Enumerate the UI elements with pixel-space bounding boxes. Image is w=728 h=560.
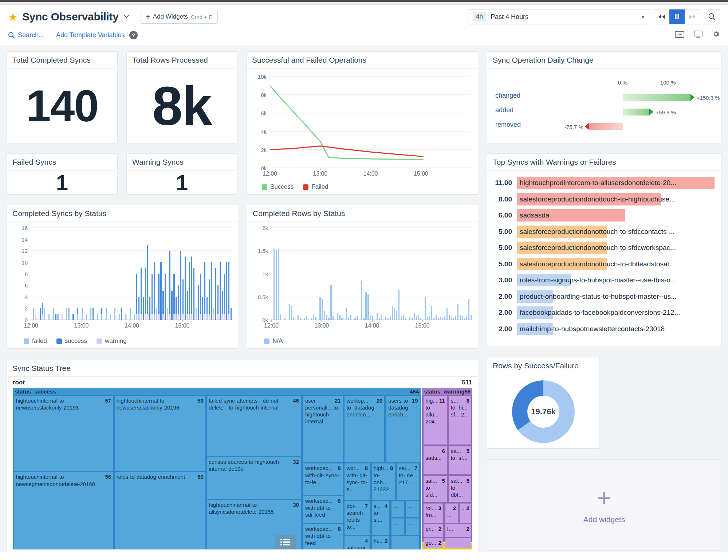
treemap-cell[interactable]: 2hi...: [372, 536, 389, 549]
time-range-picker[interactable]: 4h Past 4 Hours ▼: [468, 9, 650, 24]
treemap-cell[interactable]: 8workspac... with-dbt-to- feed: [303, 524, 343, 549]
widget-warning-syncs[interactable]: Warning Syncs 1: [126, 153, 237, 195]
add-widgets-tile[interactable]: + Add widgets: [487, 459, 721, 551]
y-axis-label: 14: [21, 236, 31, 242]
treemap-cell[interactable]: 4s... to- sf...: [372, 501, 389, 535]
top-sync-row[interactable]: 5.00salesforceproductiondonottouch-to-sf…: [491, 224, 715, 240]
treemap-cell[interactable]: ...: [406, 518, 419, 535]
treemap-cell[interactable]: 19users-to- datadog- enrich...: [386, 396, 420, 462]
top-sync-row[interactable]: 2.00mailchimp-to-hubspotnewslettercontac…: [491, 321, 715, 337]
list-view-icon[interactable]: [275, 535, 296, 549]
treemap-cell[interactable]: 7sal... to- ne... 217...: [397, 463, 419, 500]
treemap-cell[interactable]: 56hightouchinternal-to-newsegmentsdonotd…: [14, 472, 113, 548]
y-axis-label: 1k: [262, 271, 271, 277]
rewind-button[interactable]: [654, 9, 669, 24]
treemap-cell[interactable]: 2f...: [445, 524, 471, 537]
treemap-cell-value: 19: [412, 397, 418, 404]
top-sync-row[interactable]: 3.00roles-from-signups-to-hubspot-master…: [491, 272, 715, 289]
bar: [341, 318, 342, 320]
top-sync-row[interactable]: 8.00salesforceproductiondonottouch-to-hi…: [491, 191, 715, 208]
treemap-cell-value: 56: [105, 473, 111, 480]
bar-segment-failed: [57, 314, 58, 320]
pause-button[interactable]: [669, 9, 685, 24]
keyboard-shortcuts-icon[interactable]: [675, 31, 684, 39]
top-sync-row[interactable]: 2.00product-onboarding-status-to-hubspot…: [491, 289, 715, 305]
add-widgets-shortcut: Cmd + E: [191, 14, 212, 20]
bar: [377, 313, 378, 320]
bar: [451, 317, 452, 320]
bar-segment-warning: [204, 314, 205, 320]
treemap-cell[interactable]: ...: [406, 501, 419, 517]
treemap-cell[interactable]: 11hig... to- allu... 204...: [424, 396, 447, 445]
bar: [354, 318, 355, 320]
widget-rows-donut[interactable]: Rows by Success/Failure 19.76k: [487, 357, 600, 449]
treemap-cell[interactable]: [445, 538, 471, 548]
treemap-cell[interactable]: 2...: [445, 504, 458, 523]
top-sync-row[interactable]: 2.00facebookpaidads-to-facebookpaidconve…: [491, 305, 715, 321]
bar: [160, 262, 161, 320]
bar-segment-success: [55, 314, 56, 320]
treemap-cell[interactable]: 57hightouchinternal-to-newusersslackonly…: [14, 396, 113, 471]
treemap-cell[interactable]: 3rol... fro...: [424, 504, 443, 523]
bar: [209, 279, 210, 320]
treemap-cell[interactable]: ...: [391, 518, 404, 535]
widget-total-rows-processed[interactable]: Total Rows Processed 8k: [126, 51, 237, 143]
widget-sync-status-tree[interactable]: Sync Status Tree root 511 status: succes…: [7, 360, 478, 552]
treemap-cell[interactable]: 2go...: [424, 538, 443, 548]
treemap-cell[interactable]: 8wor... with- git- sync- to-s...: [345, 463, 370, 500]
search-control[interactable]: Search...: [8, 31, 44, 39]
treemap-cell[interactable]: 20worksp... to- datadog- enrichm...: [345, 396, 384, 462]
widget-daily-change[interactable]: Sync Operation Daily Change changedadded…: [487, 51, 721, 143]
treemap-cell[interactable]: 21user-personali... to- hightouch- inter…: [303, 396, 343, 462]
treemap-cell[interactable]: 8high... to- onb... 21222: [372, 463, 395, 500]
bar-segment-success: [160, 262, 161, 320]
tv-mode-icon[interactable]: [694, 31, 703, 40]
bar: [82, 308, 83, 320]
bar: [429, 316, 430, 320]
top-sync-row[interactable]: 11.00hightouchprodintercom-to-allusersdo…: [491, 175, 715, 191]
add-template-variables-link[interactable]: Add Template Variables: [56, 31, 125, 39]
bar-segment-failed: [82, 308, 83, 320]
widget-operations-chart[interactable]: Successful and Failed Operations 0k2k4k6…: [246, 51, 478, 195]
bar-segment-success: [147, 245, 148, 314]
bar-segment-success: [141, 268, 142, 314]
treemap-cell[interactable]: 53hightouchinternal-to-newusersslackonly…: [115, 396, 205, 471]
treemap-cell[interactable]: 50roles-to-datadog-enrichment: [115, 472, 205, 548]
add-widgets-button[interactable]: + Add Widgets Cmd + E: [141, 10, 218, 24]
zoom-out-button[interactable]: [704, 9, 720, 24]
widget-top-syncs[interactable]: Top Syncs with Warnings or Failures 11.0…: [487, 153, 721, 346]
treemap-cell[interactable]: 32census-sources-to-hightouch-internal-d…: [207, 457, 301, 499]
treemap-cell[interactable]: 6sads...: [424, 446, 447, 474]
fast-forward-button[interactable]: [685, 9, 700, 24]
widget-total-completed-syncs[interactable]: Total Completed Syncs 140: [7, 51, 118, 143]
treemap-cell[interactable]: 8s... to- hi... sf... 2...: [449, 396, 471, 445]
gear-icon[interactable]: [712, 30, 720, 40]
widget-failed-syncs[interactable]: Failed Syncs 1: [7, 153, 118, 195]
bar: [193, 268, 194, 320]
treemap-cell[interactable]: 2..: [460, 504, 471, 523]
y-axis-label: 6: [25, 282, 31, 289]
treemap-cell[interactable]: 4salesfor...: [345, 536, 370, 549]
bar: [425, 297, 426, 320]
treemap-cell[interactable]: 8workspac... with-git- sync-to-fe...: [303, 463, 343, 495]
gridline: [271, 274, 473, 274]
treemap-cell[interactable]: 7dbt- search- reults-to...: [345, 501, 370, 535]
bar: [365, 292, 366, 320]
treemap-cell[interactable]: [391, 536, 419, 549]
top-sync-row[interactable]: 5.00salesforceproductiondonottouch-to-sf…: [491, 240, 715, 256]
title-chevron-down-icon[interactable]: [123, 13, 130, 20]
widget-syncs-by-status[interactable]: Completed Syncs by Status 02468101214161…: [7, 205, 238, 349]
bar: [322, 299, 323, 320]
treemap-cell[interactable]: 8workspac... with-dbt-to- sdr-feed: [303, 496, 343, 523]
treemap-cell[interactable]: 5sa... to- sf...: [449, 446, 471, 474]
help-icon[interactable]: ?: [129, 31, 138, 39]
treemap-cell[interactable]: ...: [391, 501, 404, 517]
favorite-star-icon[interactable]: ★: [8, 11, 18, 23]
treemap-cell[interactable]: 5sal... to- sfd...: [424, 476, 447, 502]
treemap-cell[interactable]: 46failed-sync-attempts- -do-not-delete- …: [207, 396, 301, 456]
top-sync-row[interactable]: 6.00sadsasda: [491, 207, 715, 224]
widget-rows-by-status[interactable]: Completed Rows by Status 0k0.5k1k1.5k2k1…: [247, 205, 478, 349]
treemap-cell[interactable]: 5sal... to- dbt...: [449, 476, 471, 502]
top-sync-row[interactable]: 5.00salesforceproductiondonottouch-to-db…: [491, 256, 715, 273]
treemap-cell[interactable]: 2pr...: [424, 524, 443, 537]
